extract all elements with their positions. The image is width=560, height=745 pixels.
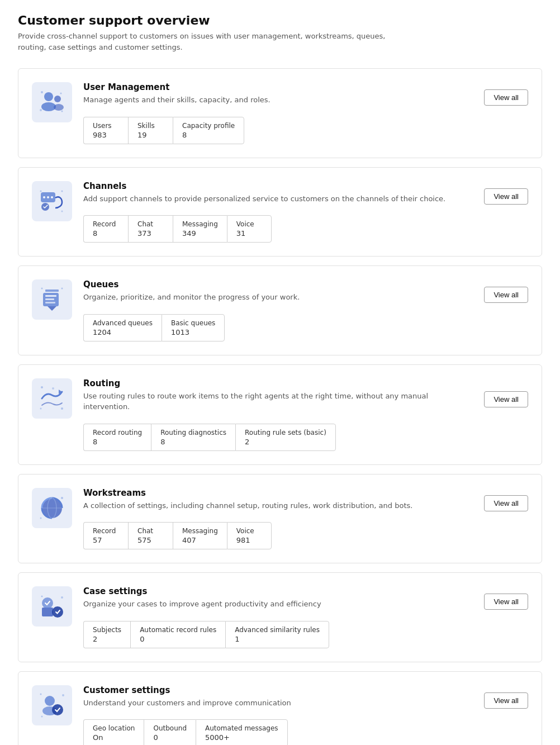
svg-point-22 (61, 288, 63, 290)
user-management-icon (32, 82, 72, 122)
view-all-button-user-management[interactable]: View all (484, 89, 528, 106)
metric-value-channels-messaging: 349 (182, 229, 218, 238)
svg-point-2 (54, 96, 61, 102)
metric-geo-location: Geo location On (83, 719, 144, 745)
svg-rect-16 (45, 290, 59, 292)
metric-label-outbound: Outbound (153, 724, 187, 732)
metrics-user-management: Users 983 Skills 19 Capacity profile 8 (83, 117, 528, 144)
card-title-user-management: User Management (83, 82, 270, 92)
card-header-user-management: User Management Manage agents and their … (83, 82, 528, 113)
metric-value-workstreams-voice: 981 (236, 536, 262, 544)
metrics-workstreams: Record 57 Chat 575 Messaging 407 Voice 9… (83, 522, 528, 549)
svg-rect-19 (45, 298, 54, 300)
svg-point-35 (41, 596, 43, 597)
metric-value-basic-queues: 1013 (171, 328, 215, 336)
metric-value-geo-location: On (93, 733, 135, 742)
svg-point-40 (40, 693, 42, 695)
metric-value-channels-record: 8 (93, 229, 119, 238)
svg-point-6 (61, 111, 63, 112)
card-routing: Routing Use routing rules to route work … (18, 364, 542, 465)
card-body-customer-settings: Customer settings Understand your custom… (83, 685, 528, 746)
metric-value-automatic-record-rules: 0 (140, 635, 216, 643)
metric-workstreams-record: Record 57 (83, 522, 128, 549)
metric-value-automated-messages: 5000+ (205, 733, 278, 742)
metric-value-advanced-similarity-rules: 1 (235, 635, 320, 643)
svg-point-9 (43, 196, 45, 198)
svg-rect-20 (45, 302, 55, 303)
metric-value-capacity-profile: 8 (182, 131, 235, 139)
view-all-button-queues[interactable]: View all (484, 287, 528, 303)
view-all-button-channels[interactable]: View all (484, 188, 528, 205)
svg-point-0 (44, 92, 53, 101)
svg-point-7 (40, 109, 42, 111)
card-title-routing: Routing (83, 378, 475, 388)
card-channels: Channels Add support channels to provide… (18, 167, 542, 257)
metric-record-routing: Record routing 8 (83, 424, 151, 451)
metric-label-workstreams-record: Record (93, 527, 119, 535)
card-header-routing: Routing Use routing rules to route work … (83, 378, 528, 420)
customer-settings-icon (32, 685, 72, 725)
metric-value-skills: 19 (137, 131, 164, 139)
view-all-button-customer-settings[interactable]: View all (484, 692, 528, 709)
routing-icon (32, 378, 72, 419)
metrics-routing: Record routing 8 Routing diagnostics 8 R… (83, 424, 528, 451)
svg-point-5 (60, 93, 62, 94)
view-all-button-workstreams[interactable]: View all (484, 495, 528, 511)
card-body-routing: Routing Use routing rules to route work … (83, 378, 528, 451)
metric-value-channels-chat: 373 (137, 229, 164, 238)
metrics-case-settings: Subjects 2 Automatic record rules 0 Adva… (83, 621, 528, 648)
metric-channels-messaging: Messaging 349 (173, 215, 227, 243)
metrics-queues: Advanced queues 1204 Basic queues 1013 (83, 314, 528, 341)
metric-workstreams-voice: Voice 981 (227, 522, 272, 549)
metric-label-capacity-profile: Capacity profile (182, 122, 235, 130)
metric-advanced-queues: Advanced queues 1204 (83, 314, 162, 341)
card-header-channels: Channels Add support channels to provide… (83, 181, 528, 212)
card-customer-settings: Customer settings Understand your custom… (18, 671, 542, 746)
card-header-queues: Queues Organize, prioritize, and monitor… (83, 279, 528, 311)
card-body-user-management: User Management Manage agents and their … (83, 82, 528, 144)
metric-channels-chat: Chat 373 (128, 215, 173, 243)
view-all-button-case-settings[interactable]: View all (484, 594, 528, 610)
svg-point-33 (42, 597, 53, 609)
metric-label-routing-diagnostics: Routing diagnostics (160, 429, 226, 436)
metric-label-channels-record: Record (93, 220, 119, 228)
metric-advanced-similarity-rules: Advanced similarity rules 1 (225, 621, 329, 648)
metric-label-record-routing: Record routing (93, 429, 142, 436)
metric-label-channels-chat: Chat (137, 220, 164, 228)
metric-value-workstreams-chat: 575 (137, 536, 164, 544)
page-title: Customer support overview (18, 13, 542, 27)
card-title-customer-settings: Customer settings (83, 685, 291, 695)
svg-rect-32 (42, 608, 53, 616)
metric-value-outbound: 0 (153, 733, 187, 742)
view-all-button-routing[interactable]: View all (484, 391, 528, 407)
channels-icon (32, 181, 72, 221)
metric-automatic-record-rules: Automatic record rules 0 (130, 621, 225, 648)
card-body-case-settings: Case settings Organize your cases to imp… (83, 586, 528, 648)
metric-value-advanced-queues: 1204 (93, 328, 153, 336)
metric-label-routing-rule-sets: Routing rule sets (basic) (245, 429, 326, 436)
card-header-case-settings: Case settings Organize your cases to imp… (83, 586, 528, 618)
metric-value-users: 983 (93, 131, 119, 139)
svg-point-13 (40, 190, 42, 192)
metric-label-subjects: Subjects (93, 626, 121, 634)
metric-subjects: Subjects 2 (83, 621, 130, 648)
metric-workstreams-messaging: Messaging 407 (173, 522, 227, 549)
page-subtitle: Provide cross-channel support to custome… (18, 31, 409, 53)
card-desc-customer-settings: Understand your customers and improve co… (83, 697, 291, 709)
card-queues: Queues Organize, prioritize, and monitor… (18, 265, 542, 355)
svg-point-24 (61, 407, 63, 410)
metric-label-skills: Skills (137, 122, 164, 130)
metric-value-record-routing: 8 (93, 438, 142, 446)
svg-point-39 (52, 704, 63, 715)
metric-value-routing-diagnostics: 8 (160, 438, 226, 446)
card-desc-queues: Organize, prioritize, and monitor the pr… (83, 292, 300, 303)
card-desc-case-settings: Organize your cases to improve agent pro… (83, 599, 321, 610)
metric-value-workstreams-record: 57 (93, 536, 119, 544)
metric-label-automated-messages: Automated messages (205, 724, 278, 732)
svg-point-25 (40, 407, 42, 409)
metric-label-workstreams-voice: Voice (236, 527, 262, 535)
metric-value-subjects: 2 (93, 635, 121, 643)
card-body-workstreams: Workstreams A collection of settings, in… (83, 488, 528, 550)
metric-routing-rule-sets: Routing rule sets (basic) 2 (235, 424, 336, 451)
metric-capacity-profile: Capacity profile 8 (173, 117, 244, 144)
